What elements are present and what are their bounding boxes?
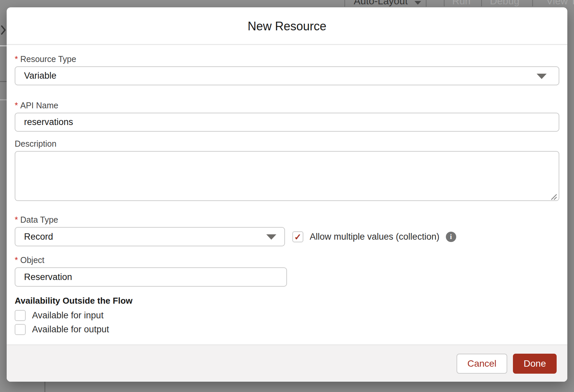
object-field: * Object xyxy=(15,255,559,287)
required-asterisk: * xyxy=(15,255,18,265)
done-button[interactable]: Done xyxy=(513,354,557,374)
data-type-select[interactable]: Record xyxy=(15,227,285,246)
cancel-button[interactable]: Cancel xyxy=(457,354,507,374)
auto-layout-label: Auto-Layout xyxy=(354,0,408,7)
required-asterisk: * xyxy=(15,215,18,224)
toolbar-divider xyxy=(532,0,533,6)
data-type-row: * Data Type Record ✓ Allow multiple valu… xyxy=(15,215,559,246)
available-for-input-checkbox[interactable] xyxy=(15,310,26,321)
allow-multiple-label: Allow multiple values (collection) xyxy=(310,232,440,242)
modal-title: New Resource xyxy=(7,7,567,33)
chevron-down-icon xyxy=(266,234,276,240)
required-asterisk: * xyxy=(15,54,18,64)
new-resource-modal: New Resource * Resource Type Variable * … xyxy=(7,7,567,382)
info-icon[interactable]: i xyxy=(446,232,456,242)
resource-type-value: Variable xyxy=(15,71,56,81)
available-for-input-row: Available for input xyxy=(15,310,559,321)
data-type-field: * Data Type Record xyxy=(15,215,285,246)
toolbar-divider xyxy=(481,0,482,6)
resize-handle-icon[interactable] xyxy=(550,193,557,200)
description-label: Description xyxy=(15,139,559,148)
view-tests-button[interactable]: View Te xyxy=(546,0,574,7)
debug-button[interactable]: Debug xyxy=(490,0,519,7)
modal-header: New Resource xyxy=(7,7,567,45)
object-input[interactable] xyxy=(15,267,287,287)
available-for-output-checkbox[interactable] xyxy=(15,324,26,335)
available-for-output-row: Available for output xyxy=(15,324,559,335)
background-panel-edge xyxy=(0,81,7,82)
chevron-down-icon xyxy=(414,1,421,5)
modal-footer: Cancel Done xyxy=(7,344,567,382)
resource-type-field: * Resource Type Variable xyxy=(15,54,559,85)
resource-type-label: * Resource Type xyxy=(15,54,559,64)
run-button[interactable]: Run xyxy=(452,0,471,7)
available-for-input-label: Available for input xyxy=(32,310,103,321)
chevron-down-icon xyxy=(537,74,547,79)
availability-heading: Availability Outside the Flow xyxy=(15,296,559,306)
allow-multiple-checkbox[interactable]: ✓ xyxy=(292,231,303,242)
api-name-input[interactable] xyxy=(15,113,559,132)
data-type-label: * Data Type xyxy=(15,215,285,224)
background-panel-edge xyxy=(44,382,45,392)
description-textarea[interactable] xyxy=(15,151,559,201)
background-panel-edge xyxy=(0,99,7,100)
required-asterisk: * xyxy=(15,101,18,110)
panel-toggle-chevron-right-icon[interactable] xyxy=(0,23,7,37)
api-name-field: * API Name xyxy=(15,101,559,132)
background-panel-edge xyxy=(0,45,7,46)
description-field: Description xyxy=(15,139,559,202)
object-label: * Object xyxy=(15,255,559,265)
data-type-value: Record xyxy=(15,232,53,242)
resource-type-select[interactable]: Variable xyxy=(15,66,559,85)
allow-multiple-cluster: ✓ Allow multiple values (collection) i xyxy=(292,231,456,242)
auto-layout-button[interactable]: Auto-Layout xyxy=(344,0,426,7)
modal-body: * Resource Type Variable * API Name Desc… xyxy=(7,54,567,335)
checkmark-icon: ✓ xyxy=(294,233,302,241)
background-toolbar: Auto-Layout Run Debug View Te xyxy=(0,0,574,7)
available-for-output-label: Available for output xyxy=(32,324,109,335)
api-name-label: * API Name xyxy=(15,101,559,110)
toolbar-divider xyxy=(444,0,445,6)
